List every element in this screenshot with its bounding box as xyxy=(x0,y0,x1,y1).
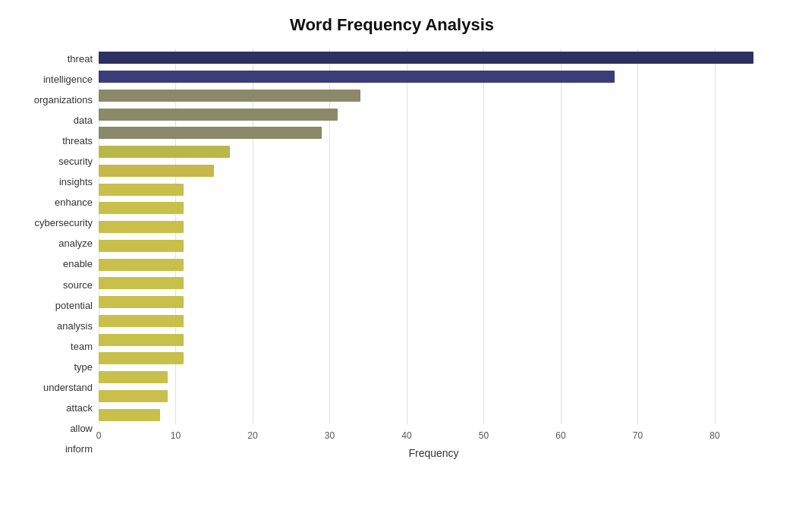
y-label-enhance: enhance xyxy=(15,194,93,211)
x-tick: 0 xyxy=(96,430,102,441)
bar-intelligence xyxy=(99,71,615,83)
chart-title: Word Frequency Analysis xyxy=(15,15,769,35)
bar-row-organizations xyxy=(99,87,769,104)
x-tick: 20 xyxy=(247,430,257,441)
bar-row-analysis xyxy=(99,294,769,310)
bar-security xyxy=(99,146,230,158)
bar-row-source xyxy=(99,257,769,273)
chart-area: threatintelligenceorganizationsdatathrea… xyxy=(15,49,769,459)
y-label-analyze: analyze xyxy=(15,235,93,252)
y-label-analysis: analysis xyxy=(15,317,93,334)
y-label-enable: enable xyxy=(15,256,93,272)
bar-row-data xyxy=(99,106,769,123)
bar-analyze xyxy=(99,221,184,233)
bar-row-attack xyxy=(99,369,769,386)
bar-row-analyze xyxy=(99,219,769,235)
bar-type xyxy=(99,334,184,346)
bar-inform xyxy=(99,409,160,421)
bar-row-threats xyxy=(99,124,769,141)
bar-row-intelligence xyxy=(99,68,769,85)
y-label-potential: potential xyxy=(15,297,93,313)
y-label-attack: attack xyxy=(15,399,93,416)
bars-column xyxy=(99,49,769,424)
y-label-threat: threat xyxy=(15,51,93,68)
bars-and-grid: 01020304050607080 Frequency xyxy=(99,49,769,459)
bar-analysis xyxy=(99,296,184,308)
bar-row-threat xyxy=(99,49,769,66)
bar-row-understand xyxy=(99,350,769,367)
x-tick: 60 xyxy=(555,430,565,441)
bar-allow xyxy=(99,390,168,402)
bar-row-cybersecurity xyxy=(99,200,769,216)
y-label-source: source xyxy=(15,276,93,293)
chart-container: Word Frequency Analysis threatintelligen… xyxy=(0,0,799,532)
y-label-insights: insights xyxy=(15,174,93,190)
bar-source xyxy=(99,259,184,271)
y-label-organizations: organizations xyxy=(15,92,93,109)
y-labels: threatintelligenceorganizationsdatathrea… xyxy=(15,49,99,459)
bar-row-team xyxy=(99,313,769,329)
x-tick: 40 xyxy=(401,430,411,441)
y-label-security: security xyxy=(15,153,93,170)
y-label-type: type xyxy=(15,358,93,375)
bar-threats xyxy=(99,127,322,139)
x-axis-label: Frequency xyxy=(99,447,769,459)
x-axis: 01020304050607080 xyxy=(99,426,769,444)
y-label-understand: understand xyxy=(15,379,93,395)
bar-team xyxy=(99,315,184,327)
y-label-cybersecurity: cybersecurity xyxy=(15,215,93,231)
bar-row-insights xyxy=(99,162,769,179)
bar-data xyxy=(99,109,338,121)
bar-attack xyxy=(99,371,168,383)
x-tick: 30 xyxy=(325,430,335,441)
bar-enhance xyxy=(99,184,184,196)
y-label-intelligence: intelligence xyxy=(15,71,93,88)
y-label-data: data xyxy=(15,112,93,129)
bar-row-enhance xyxy=(99,181,769,198)
bar-row-allow xyxy=(99,388,769,405)
y-label-allow: allow xyxy=(15,420,93,436)
bar-threat xyxy=(99,52,753,64)
bar-organizations xyxy=(99,90,360,102)
bar-potential xyxy=(99,277,184,289)
bar-enable xyxy=(99,240,184,252)
bar-row-enable xyxy=(99,238,769,254)
bar-row-inform xyxy=(99,407,769,423)
bar-insights xyxy=(99,165,214,177)
y-label-inform: inform xyxy=(15,440,93,457)
bar-row-potential xyxy=(99,275,769,291)
y-label-team: team xyxy=(15,338,93,354)
bar-row-security xyxy=(99,143,769,160)
bar-row-type xyxy=(99,332,769,348)
x-tick: 10 xyxy=(171,430,181,441)
y-label-threats: threats xyxy=(15,133,93,150)
bar-cybersecurity xyxy=(99,202,184,214)
bar-understand xyxy=(99,352,184,364)
x-tick: 50 xyxy=(479,430,489,441)
grid-and-bars xyxy=(99,49,769,424)
x-tick: 80 xyxy=(709,430,719,441)
x-tick: 70 xyxy=(633,430,643,441)
